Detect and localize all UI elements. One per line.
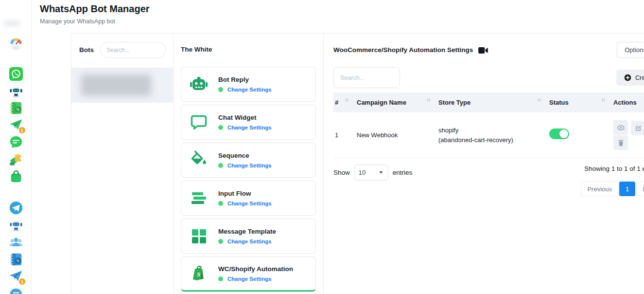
status-dot-icon — [218, 276, 223, 281]
bots-label: Bots — [79, 46, 94, 54]
campaigns-table: #Campaign NameStore TypeStatusActions 1N… — [333, 92, 644, 158]
status-dot-icon — [218, 125, 223, 130]
menu-card-title: Input Flow — [218, 190, 272, 197]
menu-card-title: Sequence — [218, 152, 272, 159]
cell-status — [545, 112, 609, 158]
notification-badge: 1 — [18, 278, 26, 285]
page-header: WhatsApp Bot Manager Manage your WhatsAp… — [32, 0, 644, 25]
sort-icon[interactable] — [537, 97, 541, 104]
sort-icon[interactable] — [601, 97, 606, 104]
cell-campaign-name: New Webhook — [353, 112, 435, 158]
send-campaign-green-icon[interactable]: 1 — [9, 118, 23, 132]
video-camera-icon[interactable] — [478, 42, 488, 56]
column-header-store-type[interactable]: Store Type — [435, 92, 545, 112]
bot-menu-card-message-template[interactable]: Message TemplateChange Settings — [181, 219, 316, 254]
shopify-icon: S — [189, 264, 209, 283]
cell-store-type: shopify(abandoned-cart-recovery) — [435, 112, 545, 158]
delete-button[interactable] — [613, 135, 628, 150]
bot-name-heading: The White — [181, 46, 316, 53]
bot-blue-icon[interactable] — [9, 218, 23, 232]
change-settings-link[interactable]: Change Settings — [227, 276, 272, 282]
sequence-icon — [189, 150, 209, 170]
blurred-workspace-logo — [4, 20, 20, 26]
toggle-knob — [559, 129, 568, 138]
status-dot-icon — [218, 201, 223, 206]
status-dot-icon — [218, 163, 223, 168]
change-settings-link[interactable]: Change Settings — [227, 87, 272, 92]
message-template-icon — [189, 226, 209, 246]
show-label: Show — [333, 169, 350, 176]
column-header--[interactable]: # — [333, 92, 353, 112]
automation-settings-title: WooCommerce/Shopify Automation Settings — [333, 42, 473, 54]
bots-search-input[interactable] — [100, 42, 166, 58]
bot-menu-column: The White Bot ReplyChange SettingsChat W… — [174, 34, 324, 294]
chat-bubble-blue-icon[interactable] — [9, 287, 23, 294]
options-button-label: Options — [625, 46, 644, 54]
input-flow-icon — [189, 188, 209, 208]
change-settings-link[interactable]: Change Settings — [227, 163, 272, 168]
page-size-select[interactable]: 10 — [354, 165, 388, 181]
cell-row-number: 1 — [333, 112, 353, 158]
notification-badge: 1 — [18, 127, 26, 134]
column-header-actions: Actions — [609, 92, 644, 112]
shop-bag-green-icon[interactable] — [9, 169, 23, 184]
change-settings-link[interactable]: Change Settings — [227, 125, 272, 130]
view-button[interactable] — [613, 120, 628, 135]
menu-card-title: Message Template — [218, 228, 276, 235]
bot-menu-card-bot-reply[interactable]: Bot ReplyChange Settings — [181, 67, 316, 102]
whatsapp-icon[interactable] — [9, 67, 23, 81]
trash-icon — [617, 139, 625, 147]
create-button-label: Create — [635, 74, 644, 81]
dashboard-gauge-icon[interactable] — [9, 37, 23, 51]
change-settings-link[interactable]: Change Settings — [227, 201, 272, 206]
bot-menu-card-wc-shopify-automation[interactable]: SWC/Shopify AutomationChange Settings — [181, 257, 316, 292]
bot-manager-panel: Bots The White Bot ReplyChange SettingsC… — [71, 33, 644, 294]
eye-icon — [617, 124, 625, 132]
automation-settings-column: WooCommerce/Shopify Automation Settings … — [324, 34, 644, 294]
menu-card-title: Bot Reply — [218, 76, 272, 83]
contacts-book-green-icon[interactable] — [9, 101, 23, 115]
chat-bubble-green-icon[interactable] — [9, 135, 23, 149]
change-settings-link[interactable]: Change Settings — [227, 239, 272, 244]
page-subtitle: Manage your WhatsApp bot — [40, 18, 644, 25]
column-header-campaign-name[interactable]: Campaign Name — [353, 92, 435, 112]
send-campaign-blue-icon[interactable]: 1 — [9, 269, 23, 284]
integration-green-icon[interactable] — [9, 152, 23, 166]
table-row: 1New Webhookshopify(abandoned-cart-recov… — [333, 112, 644, 158]
telegram-icon[interactable] — [9, 201, 23, 215]
group-blue-icon[interactable] — [9, 235, 23, 250]
page-title: WhatsApp Bot Manager — [40, 3, 644, 15]
entries-label: entries — [393, 169, 413, 176]
column-header-status[interactable]: Status — [545, 92, 609, 112]
status-dot-icon — [218, 87, 223, 92]
main-content: WhatsApp Bot Manager Manage your WhatsAp… — [32, 0, 644, 294]
bot-reply-icon — [189, 74, 209, 94]
bot-menu-card-input-flow[interactable]: Input FlowChange Settings — [181, 181, 316, 216]
bots-column: Bots — [71, 34, 174, 294]
page-1-button[interactable]: 1 — [619, 182, 635, 196]
blurred-bot-name — [81, 74, 151, 96]
cell-actions — [609, 112, 644, 158]
edit-icon — [635, 125, 642, 132]
status-toggle[interactable] — [549, 129, 569, 139]
menu-card-title: WC/Shopify Automation — [218, 265, 293, 273]
app-sidebar: 11 — [0, 0, 32, 294]
status-dot-icon — [218, 239, 223, 244]
edit-button[interactable] — [631, 121, 644, 135]
bot-list-item[interactable] — [71, 68, 173, 103]
previous-page-button[interactable]: Previous — [581, 182, 618, 196]
bot-menu-card-chat-widget[interactable]: Chat WidgetChange Settings — [181, 105, 316, 140]
create-button[interactable]: Create — [616, 70, 644, 86]
chat-widget-icon — [189, 112, 209, 132]
options-button[interactable]: Options — [617, 42, 644, 58]
entries-info: Showing 1 to 1 of 1 entries — [581, 165, 644, 172]
pagination: Previous 1 Next — [581, 182, 644, 196]
next-page-button[interactable]: Next — [636, 182, 644, 196]
sort-icon[interactable] — [426, 97, 431, 104]
contacts-book-blue-icon[interactable] — [9, 252, 23, 267]
bot-teal-icon[interactable] — [9, 84, 23, 98]
sort-icon[interactable] — [345, 97, 349, 104]
bot-menu-card-sequence[interactable]: SequenceChange Settings — [181, 143, 316, 178]
svg-text:S: S — [197, 271, 200, 278]
campaign-search-input[interactable] — [333, 67, 400, 88]
